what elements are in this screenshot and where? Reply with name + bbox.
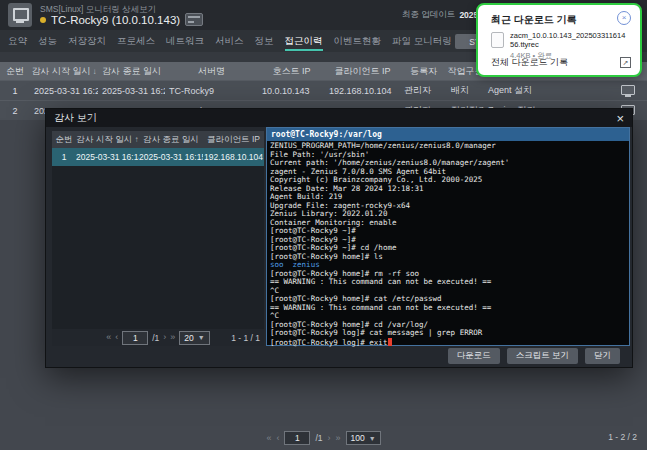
main-range-label: 1 - 2 / 2 (608, 432, 637, 442)
column-header-2[interactable]: 감사 종료 일시 (98, 65, 165, 78)
download-history-link[interactable]: 전체 다운로드 기록 ↗ (491, 56, 631, 69)
audit-session-panel: 순번감사 시작 일시 ↑감사 종료 일시클라이언트 IP 12025-03-31… (52, 131, 264, 346)
modal-column-header-2[interactable]: 감사 종료 일시 (139, 134, 203, 146)
modal-cell-3: 192.168.10.104 (203, 152, 264, 162)
server-title: TC-Rocky9 (10.0.10.143) (51, 14, 180, 26)
close-icon[interactable]: × (617, 11, 631, 25)
tab-2[interactable]: 저장장치 (68, 30, 106, 52)
audit-session-table-header: 순번감사 시작 일시 ↑감사 종료 일시클라이언트 IP (52, 131, 264, 148)
first-page-icon[interactable]: « (266, 434, 271, 443)
download-popup-title: 최근 다운로드 기록 (491, 13, 577, 27)
modal-title: 감사 보기 (54, 111, 97, 125)
console-icon[interactable] (185, 13, 203, 26)
cell-0: 1 (0, 86, 30, 96)
chevron-down-icon: ▼ (369, 435, 376, 442)
modal-cell-0: 1 (52, 152, 76, 162)
monitoring-detail-window: SMS[Linux] 모니터링 상세보기 TC-Rocky9 (10.0.10.… (0, 0, 647, 450)
last-update-label: 최종 업데이트 (402, 9, 455, 21)
column-header-6[interactable]: 등록자 (400, 65, 447, 78)
download-file-name: zacm_10.0.10.143_20250331161456.ttyrec (510, 31, 628, 49)
file-icon (491, 32, 504, 48)
cell-icon (608, 84, 647, 97)
column-header-1[interactable]: 감사 시작 일시 ↓ (30, 65, 98, 78)
download-button[interactable]: 다운로드 (448, 348, 500, 364)
cell-7: 배치 (447, 84, 484, 97)
last-page-icon[interactable]: » (170, 333, 175, 342)
next-page-icon[interactable]: › (163, 333, 166, 342)
column-header-3[interactable]: 서버명 (165, 65, 258, 78)
modal-cell-1: 2025-03-31 16:14:56 (76, 152, 139, 162)
tab-4[interactable]: 네트워크 (166, 30, 204, 52)
terminal-title: root@TC-Rocky9:/var/log (267, 128, 629, 141)
tab-1[interactable]: 성능 (38, 30, 57, 52)
view-script-button[interactable]: 스크립트 보기 (507, 348, 578, 364)
session-terminal: root@TC-Rocky9:/var/log ZENIUS_PROGRAM_P… (266, 127, 630, 346)
terminal-line: [root@TC-Rocky9 home]# ls (270, 253, 626, 262)
page-size-select[interactable]: 100▼ (346, 431, 381, 445)
terminal-line: == WARNING : This command can not be exe… (270, 304, 626, 313)
tab-0[interactable]: 요약 (8, 30, 27, 52)
server-icon (8, 3, 32, 27)
server-status-dot (40, 17, 46, 23)
terminal-line: == WARNING : This command can not be exe… (270, 278, 626, 287)
cell-5: 192.168.10.104 (325, 86, 400, 96)
page-total: /1 (152, 333, 159, 343)
modal-column-header-3[interactable]: 클라이언트 IP (203, 134, 264, 146)
tab-5[interactable]: 서비스 (215, 30, 244, 52)
tab-6[interactable]: 정보 (255, 30, 274, 52)
page-input[interactable]: 1 (122, 331, 148, 345)
modal-close-icon[interactable]: × (616, 112, 624, 125)
last-page-icon[interactable]: » (335, 434, 340, 443)
column-header-0[interactable]: 순번 (0, 65, 30, 78)
sort-icon: ↓ (90, 67, 96, 76)
tab-7[interactable]: 접근이력 (285, 30, 323, 52)
cell-3: TC-Rocky9 (165, 86, 258, 96)
audit-view-modal: 감사 보기 × 순번감사 시작 일시 ↑감사 종료 일시클라이언트 IP 120… (45, 108, 633, 368)
cell-6: 관리자 (400, 84, 447, 97)
first-page-icon[interactable]: « (106, 333, 111, 342)
cell-4: 10.0.10.143 (258, 86, 325, 96)
sort-icon: ↑ (132, 135, 138, 144)
modal-table-row-selected[interactable]: 12025-03-31 16:14:562025-03-31 16:15:431… (52, 148, 264, 166)
external-link-icon: ↗ (620, 57, 631, 68)
close-button[interactable]: 닫기 (585, 348, 620, 364)
cell-2: 2025-03-31 16:24:21 (98, 86, 165, 96)
audit-session-table-body: 12025-03-31 16:14:562025-03-31 16:15:431… (52, 148, 264, 166)
modal-range-label: 1 - 1 / 1 (231, 333, 260, 343)
modal-title-bar: 감사 보기 × (46, 109, 632, 127)
modal-column-header-1[interactable]: 감사 시작 일시 ↑ (76, 134, 139, 146)
tab-bar-items: 요약성능저장장치프로세스네트워크서비스정보접근이력이벤트현황파일 모니터링 (8, 30, 452, 52)
page-total: /1 (315, 433, 322, 443)
chevron-down-icon: ▼ (198, 334, 205, 341)
download-popup: 최근 다운로드 기록 × zacm_10.0.10.143_2025033116… (476, 3, 642, 77)
prev-page-icon[interactable]: ‹ (276, 434, 279, 443)
cell-8: Agent 설치 (484, 84, 608, 97)
tab-3[interactable]: 프로세스 (117, 30, 155, 52)
main-pagination: « ‹ 1 /1 › » 100▼ (0, 430, 647, 446)
cell-0: 2 (0, 106, 30, 116)
tab-8[interactable]: 이벤트현황 (334, 30, 382, 52)
column-header-4[interactable]: 호스트 IP (258, 65, 325, 78)
next-page-icon[interactable]: › (327, 434, 330, 443)
session-replay-icon[interactable] (621, 85, 635, 95)
modal-cell-2: 2025-03-31 16:15:43 (139, 152, 203, 162)
page-size-select[interactable]: 20▼ (179, 331, 209, 345)
page-input[interactable]: 1 (284, 431, 310, 445)
cell-1: 2025-03-31 16:23:54 (30, 86, 98, 96)
terminal-output[interactable]: ZENIUS_PROGRAM_PATH=/home/zenius/zenius8… (267, 141, 629, 347)
table-row[interactable]: 12025-03-31 16:23:542025-03-31 16:24:21T… (0, 80, 647, 100)
modal-column-header-0[interactable]: 순번 (52, 134, 76, 146)
modal-footer: 다운로드스크립트 보기닫기 (46, 344, 632, 367)
terminal-line: [root@TC-Rocky9 log]# cat messages | gre… (270, 329, 626, 338)
column-header-5[interactable]: 클라이언트 IP (325, 65, 400, 78)
prev-page-icon[interactable]: ‹ (115, 333, 118, 342)
tab-9[interactable]: 파일 모니터링 (392, 30, 452, 52)
